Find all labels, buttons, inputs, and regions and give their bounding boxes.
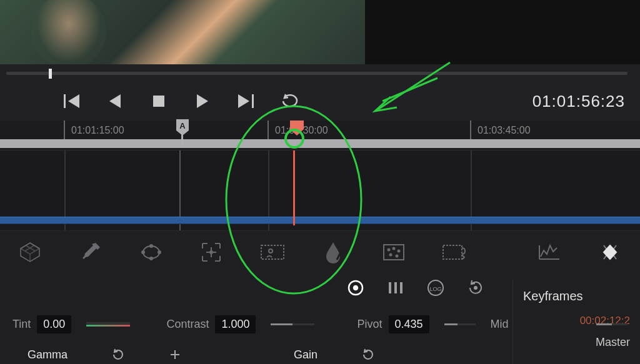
blur-tool-icon[interactable] <box>321 239 346 266</box>
svg-point-15 <box>389 253 391 255</box>
keyframes-panel: Keyframes 00:02:12:2 Master <box>512 280 640 364</box>
range-marker-a[interactable]: A <box>175 119 190 144</box>
svg-point-25 <box>474 287 477 289</box>
wheels-mode-button[interactable] <box>344 276 368 300</box>
svg-rect-17 <box>443 245 462 259</box>
svg-point-4 <box>142 251 144 253</box>
gallery-tool-icon[interactable] <box>259 239 286 266</box>
svg-text:LOG: LOG <box>429 286 441 292</box>
gamma-label: Gamma <box>28 348 68 362</box>
svg-point-14 <box>398 250 399 252</box>
svg-point-13 <box>392 247 394 249</box>
motion-tool-icon[interactable] <box>441 239 467 266</box>
svg-point-19 <box>354 286 358 290</box>
svg-point-16 <box>396 255 398 257</box>
scrub-position[interactable] <box>49 69 52 79</box>
curves-tool-icon[interactable] <box>18 239 43 266</box>
clip-strip[interactable] <box>0 217 640 224</box>
keyframes-timecode[interactable]: 00:02:12:2 <box>523 315 630 327</box>
add-icon[interactable] <box>169 348 181 361</box>
tracker-tool-icon[interactable] <box>199 239 224 266</box>
viewer-image <box>0 0 365 64</box>
ruler-label: 01:03:45:00 <box>478 125 531 136</box>
pivot-label: Pivot <box>357 318 382 331</box>
tint-label: Tint <box>12 318 31 331</box>
stop-button[interactable] <box>146 89 171 114</box>
ruler-label: 01:01:15:00 <box>71 125 124 136</box>
contrast-label: Contrast <box>166 318 209 331</box>
contrast-value[interactable]: 1.000 <box>215 315 256 333</box>
playhead-marker[interactable] <box>289 119 305 140</box>
nodes-tool-icon[interactable] <box>597 239 622 266</box>
svg-point-5 <box>158 251 161 253</box>
svg-text:A: A <box>179 121 186 130</box>
step-back-button[interactable] <box>102 89 128 114</box>
viewer-empty <box>365 0 640 64</box>
loop-button[interactable] <box>278 89 302 114</box>
reset-icon[interactable] <box>361 348 375 362</box>
pivot-value[interactable]: 0.435 <box>389 315 429 333</box>
scrub-bar[interactable] <box>0 64 640 82</box>
svg-rect-20 <box>389 282 391 293</box>
go-end-button[interactable] <box>234 89 259 114</box>
svg-point-12 <box>388 248 389 250</box>
keyframes-title: Keyframes <box>523 289 630 303</box>
playhead-line[interactable] <box>293 150 295 225</box>
reset-mode-button[interactable] <box>464 276 488 300</box>
svg-rect-0 <box>153 96 164 107</box>
pivot-slider[interactable] <box>444 323 476 325</box>
bars-mode-button[interactable] <box>384 276 408 300</box>
log-mode-button[interactable]: LOG <box>424 276 448 300</box>
picker-tool-icon[interactable] <box>78 239 104 266</box>
middetail-slider[interactable] <box>596 323 628 325</box>
go-start-button[interactable] <box>59 89 84 114</box>
timecode-display[interactable]: 01:01:56:23 <box>532 92 625 111</box>
tint-value[interactable]: 0.00 <box>37 315 71 333</box>
tint-slider[interactable] <box>86 322 130 324</box>
noise-tool-icon[interactable] <box>381 239 406 266</box>
svg-point-7 <box>150 257 152 260</box>
scopes-tool-icon[interactable] <box>537 239 562 266</box>
timeline-track-area[interactable] <box>0 150 640 230</box>
play-button[interactable] <box>190 89 215 114</box>
svg-rect-22 <box>400 282 402 293</box>
svg-rect-2 <box>181 134 183 144</box>
svg-point-8 <box>210 251 212 253</box>
reset-icon[interactable] <box>111 348 125 362</box>
window-tool-icon[interactable] <box>138 239 164 266</box>
svg-rect-21 <box>394 282 397 293</box>
keyframes-master[interactable]: Master <box>523 336 630 349</box>
svg-point-6 <box>150 245 152 247</box>
gain-label: Gain <box>294 348 318 362</box>
timeline-ruler[interactable]: 01:01:15:00 01:02:30:00 01:03:45:00 A <box>0 121 640 150</box>
contrast-slider[interactable] <box>271 323 314 325</box>
svg-point-10 <box>269 249 272 253</box>
